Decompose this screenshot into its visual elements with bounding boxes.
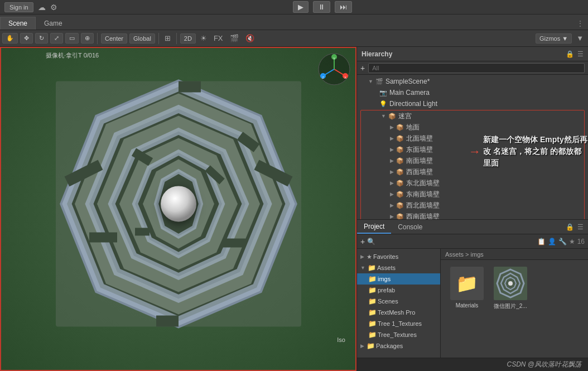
step-button[interactable]: ⏭ — [335, 1, 352, 13]
project-search-icon[interactable]: 🔍 — [367, 238, 375, 245]
mute-icon[interactable]: 🔇 — [243, 33, 257, 44]
prefab-folder-icon: 📁 — [368, 286, 377, 294]
snap-icon[interactable]: ⊞ — [162, 33, 173, 44]
breadcrumb-bar: Assets > imgs — [441, 249, 588, 260]
hierarchy-item-label: 西北面墙壁 — [406, 201, 440, 210]
svg-text:X: X — [344, 76, 346, 79]
tree-item-scenes[interactable]: 📁 Scenes — [357, 296, 440, 307]
hierarchy-item-southeast-wall[interactable]: ▶ 📦 东南面墙壁 — [361, 189, 584, 200]
toolbar-sep-3 — [176, 33, 177, 44]
hierarchy-header-icons: 🔒 ☰ — [566, 50, 584, 58]
rotate-tool[interactable]: ↻ — [35, 33, 48, 44]
center-toggle[interactable]: Center — [101, 33, 127, 44]
assets-folder-icon: 📁 — [368, 264, 376, 272]
hierarchy-item-label: 东南面墙壁 — [406, 190, 440, 199]
favorites-arrow: ▶ — [360, 254, 364, 259]
project-panel: Project Console 🔒 ☰ + 🔍 📋 👤 🔧 ★ 16 — [357, 220, 588, 358]
project-icon5[interactable]: 16 — [577, 238, 585, 245]
tree-item-favorites[interactable]: ▶ ★ Favorites — [357, 251, 440, 262]
fx-icon[interactable]: FX — [211, 33, 225, 44]
hierarchy-panel: Hierarchy 🔒 ☰ + ▼ 🎬 SampleScene* — [357, 47, 588, 220]
item-arrow: ▶ — [390, 136, 394, 141]
tab-project[interactable]: Project — [357, 220, 391, 234]
item-arrow: ▶ — [390, 124, 394, 130]
hierarchy-item-directionallight[interactable]: 💡 Directional Light — [357, 98, 588, 109]
global-toggle[interactable]: Global — [129, 33, 155, 44]
scene-gizmo: Y X Z — [317, 52, 351, 86]
toolbar: ✋ ✥ ↻ ⤢ ▭ ⊕ Center Global ⊞ 2D ☀ FX 🎬 🔇 … — [0, 30, 588, 47]
tree-item-prefab[interactable]: 📁 prefab — [357, 285, 440, 296]
tree-item-treetextures[interactable]: 📁 Tree_Textures — [357, 329, 440, 340]
maze-view — [45, 70, 312, 338]
project-icon4[interactable]: ★ — [569, 238, 575, 245]
hierarchy-item-maze[interactable]: ▼ 📦 迷宫 — [361, 110, 584, 122]
hierarchy-item-ground[interactable]: ▶ 📦 地面 — [361, 122, 584, 133]
item-arrow: ▶ — [390, 191, 394, 197]
tree-item-assets[interactable]: ▼ 📁 Assets — [357, 262, 440, 273]
tree-item-label: imgs — [378, 276, 391, 282]
tree-item-packages[interactable]: ▶ 📁 Packages — [357, 340, 440, 351]
hierarchy-search-input[interactable] — [368, 63, 585, 73]
hierarchy-item-label: 东北面墙壁 — [406, 179, 440, 188]
hand-tool[interactable]: ✋ — [2, 33, 18, 44]
item-arrow: ▶ — [390, 214, 394, 219]
tabs-more-icon[interactable]: ⋮ — [572, 17, 588, 30]
scene-panel[interactable]: 摄像机·拿引T 0/016 Y X Z — [0, 47, 356, 371]
hierarchy-item-maincamera[interactable]: 📷 Main Camera — [357, 87, 588, 98]
gizmos-button[interactable]: Gizmos ▼ — [536, 33, 572, 44]
transform-tool[interactable]: ⊕ — [81, 33, 94, 44]
settings-icon[interactable]: ⚙ — [50, 3, 57, 12]
project-lock-icon[interactable]: 🔒 — [566, 223, 574, 231]
view-2d-button[interactable]: 2D — [180, 33, 196, 44]
pause-button[interactable]: ⏸ — [313, 1, 330, 13]
project-icon3[interactable]: 🔧 — [558, 238, 567, 245]
tab-console[interactable]: Console — [391, 221, 429, 233]
camera-icon[interactable]: 🎬 — [228, 33, 241, 44]
file-label-wechatimg: 微信图片_2... — [494, 302, 527, 310]
scene-icon: 🎬 — [375, 78, 383, 85]
project-icon2[interactable]: 👤 — [548, 238, 556, 245]
file-item-wechatimg[interactable]: 微信图片_2... — [491, 267, 530, 310]
item-arrow: ▶ — [390, 180, 394, 186]
project-menu-icon[interactable]: ☰ — [577, 223, 584, 231]
hierarchy-item-northwest-wall[interactable]: ▶ 📦 西北面墙壁 — [361, 200, 584, 211]
hierarchy-menu-icon[interactable]: ☰ — [577, 50, 584, 58]
tab-scene[interactable]: Scene — [0, 17, 36, 30]
item-icon: 📦 — [396, 168, 404, 176]
light-hierarchy-icon: 💡 — [379, 100, 387, 108]
tree-item-imgs[interactable]: 📁 imgs — [357, 273, 440, 285]
light-icon[interactable]: ☀ — [198, 33, 209, 44]
packages-folder-icon: 📁 — [367, 342, 375, 350]
hierarchy-item-southwest-wall[interactable]: ▶ 📦 西南面墙壁 — [361, 211, 584, 219]
toolbar-more-icon[interactable]: ▼ — [574, 33, 586, 44]
hierarchy-header: Hierarchy 🔒 ☰ — [357, 47, 588, 61]
tree-item-label: prefab — [378, 287, 395, 293]
tree-item-tree1textures[interactable]: 📁 Tree 1_Textures — [357, 318, 440, 329]
assets-arrow: ▼ — [360, 265, 365, 271]
tree-item-label: Favorites — [373, 253, 398, 260]
scale-tool[interactable]: ⤢ — [50, 33, 63, 44]
move-tool[interactable]: ✥ — [20, 33, 33, 44]
file-item-materials[interactable]: 📁 Materials — [447, 267, 486, 310]
item-icon: 📦 — [396, 191, 404, 198]
files-grid: 📁 Materials — [441, 260, 588, 358]
csdn-watermark: CSDN @风吹落叶花飘荡 — [507, 360, 581, 369]
hierarchy-item-samplescene[interactable]: ▼ 🎬 SampleScene* — [357, 76, 588, 87]
tree-item-textmeshpro[interactable]: 📁 TextMesh Pro — [357, 307, 440, 318]
hierarchy-item-northeast-wall[interactable]: ▶ 📦 东北面墙壁 — [361, 177, 584, 189]
file-thumb-materials: 📁 — [450, 267, 484, 300]
rect-tool[interactable]: ▭ — [65, 33, 79, 44]
tab-game[interactable]: Game — [36, 17, 71, 30]
svg-text:Z: Z — [322, 76, 324, 79]
iso-label: Iso — [337, 336, 345, 343]
hierarchy-add-button[interactable]: + — [360, 64, 365, 73]
hierarchy-item-label: Main Camera — [389, 89, 430, 97]
hierarchy-lock-icon[interactable]: 🔒 — [566, 50, 574, 58]
project-icon1[interactable]: 📋 — [537, 238, 546, 245]
project-add-button[interactable]: + — [360, 237, 365, 246]
hierarchy-content: ▼ 🎬 SampleScene* 📷 Main Camera 💡 Directi… — [357, 75, 588, 219]
sign-in-button[interactable]: Sign in — [4, 2, 33, 12]
play-button[interactable]: ▶ — [293, 1, 309, 13]
svg-text:Y: Y — [333, 57, 335, 60]
hierarchy-item-label: 东面墙壁 — [406, 145, 433, 155]
